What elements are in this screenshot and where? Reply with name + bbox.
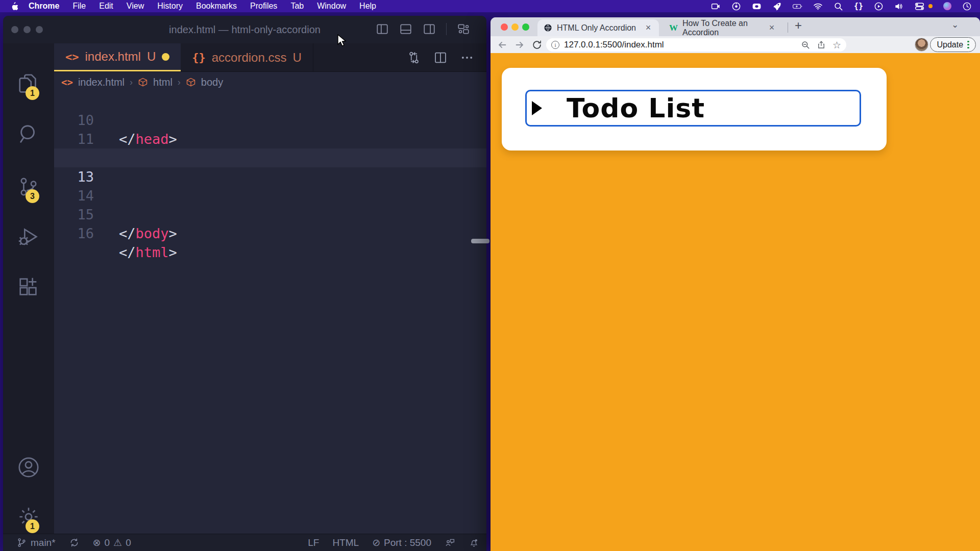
reload-icon[interactable]	[531, 39, 543, 51]
zoom-window-button[interactable]	[522, 23, 529, 31]
code-line[interactable]: 12	[54, 130, 486, 148]
chrome-toolbar: i 127.0.0.1:5500/index.html ☆ Update	[491, 36, 980, 53]
volume-icon[interactable]	[894, 2, 904, 11]
screen-record-icon[interactable]	[711, 2, 721, 11]
bookmark-star-icon[interactable]: ☆	[832, 39, 841, 51]
update-menu-dots-icon[interactable]	[967, 41, 969, 49]
breadcrumb-body[interactable]: body	[201, 77, 223, 88]
camera-icon[interactable]	[752, 2, 762, 11]
tab-label: index.html	[85, 49, 141, 64]
profile-avatar[interactable]	[915, 38, 928, 52]
rocket-icon[interactable]	[772, 2, 782, 11]
source-control-badge: 3	[26, 189, 39, 203]
play-circle-icon[interactable]	[874, 2, 884, 11]
forward-icon[interactable]	[514, 39, 525, 51]
menubar-item-file[interactable]: File	[66, 2, 92, 11]
menubar-item-view[interactable]: View	[120, 2, 151, 11]
menubar-item-window[interactable]: Window	[310, 2, 353, 11]
browser-tab-how-to-create-accordion[interactable]: W How To Create an Accordion ×	[663, 19, 781, 36]
breadcrumb-separator: ›	[178, 77, 181, 88]
browser-tab-html-only-accordion[interactable]: HTML Only Accordion ×	[537, 19, 659, 36]
clock-icon[interactable]	[962, 2, 972, 11]
record-icon[interactable]	[731, 2, 741, 11]
new-tab-button[interactable]: +	[795, 18, 802, 33]
code-line[interactable]: 15 </body>	[54, 186, 486, 205]
split-editor-icon[interactable]	[433, 51, 448, 65]
search-sidebar-icon[interactable]	[17, 122, 40, 146]
tab-separator	[788, 22, 788, 33]
tab-title: How To Create an Accordion	[682, 19, 764, 37]
customize-layout-icon[interactable]	[457, 22, 470, 36]
menubar-item-edit[interactable]: Edit	[92, 2, 120, 11]
code-line[interactable]: 10 </head>	[54, 92, 486, 111]
code-line[interactable]: 11 <body>	[54, 111, 486, 130]
sync-status[interactable]	[69, 537, 80, 548]
open-changes-icon[interactable]	[407, 51, 421, 65]
vscode-titlebar[interactable]: index.html — html-only-accordion	[3, 16, 486, 43]
line-number: 16	[54, 224, 94, 243]
breadcrumb-file[interactable]: index.html	[78, 77, 125, 88]
live-server-port[interactable]: ⊘ Port : 5500	[372, 537, 431, 548]
apple-logo-icon[interactable]	[10, 2, 18, 11]
wifi-icon[interactable]	[813, 2, 823, 11]
scrollbar-handle[interactable]	[471, 239, 489, 243]
vscode-activity-bar: 1 3 1	[3, 43, 54, 534]
braces-icon[interactable]: {}	[854, 2, 863, 11]
address-bar[interactable]: i 127.0.0.1:5500/index.html ☆	[546, 38, 846, 52]
battery-icon[interactable]	[793, 2, 802, 11]
site-info-icon[interactable]: i	[551, 41, 559, 49]
search-icon[interactable]	[834, 2, 843, 11]
language-indicator[interactable]: HTML	[332, 537, 359, 548]
run-debug-icon[interactable]	[17, 225, 40, 248]
code-token: >	[169, 244, 177, 260]
tab-index-html[interactable]: <> index.html U	[54, 43, 181, 71]
close-window-button[interactable]	[501, 23, 508, 31]
toggle-panel-icon[interactable]	[399, 22, 412, 36]
code-editor[interactable]: 10 </head> 11 <body> 12 13 14 15 </body>…	[54, 92, 486, 534]
dirty-dot-icon[interactable]	[162, 53, 169, 61]
zoom-indicator-icon[interactable]	[801, 40, 810, 49]
feedback-status[interactable]	[445, 537, 455, 548]
breadcrumb-html[interactable]: html	[153, 77, 173, 88]
control-center-icon[interactable]	[915, 2, 924, 11]
explorer-badge: 1	[26, 86, 39, 100]
menubar-item-chrome[interactable]: Chrome	[22, 2, 66, 11]
symbol-cube-icon	[138, 77, 148, 87]
tab-accordion-css[interactable]: {} accordion.css U	[181, 43, 313, 71]
globe-favicon	[544, 23, 552, 32]
siri-icon[interactable]	[943, 2, 951, 10]
menubar-item-bookmarks[interactable]: Bookmarks	[189, 2, 243, 11]
code-line[interactable]: 14	[54, 167, 486, 186]
url-text[interactable]: 127.0.0.1:5500/index.html	[564, 40, 664, 50]
code-line[interactable]: 16 </html>	[54, 205, 486, 224]
extensions-icon[interactable]	[17, 276, 40, 299]
update-button[interactable]: Update	[930, 37, 976, 52]
accounts-icon[interactable]	[17, 456, 40, 479]
share-icon[interactable]	[817, 40, 826, 49]
code-line-active[interactable]: 13	[54, 148, 486, 167]
errors-icon: ⊗	[93, 537, 101, 548]
vscode-status-bar: main* ⊗ 0 ⚠ 0 LF HTML ⊘ Port : 5500	[3, 534, 486, 551]
titlebar-separator	[446, 23, 447, 35]
more-actions-icon[interactable]	[460, 51, 474, 65]
problems-status[interactable]: ⊗ 0 ⚠ 0	[93, 537, 131, 548]
menubar-item-help[interactable]: Help	[353, 2, 383, 11]
chrome-tab-strip: HTML Only Accordion × W How To Create an…	[491, 17, 980, 36]
code-token: body	[136, 226, 169, 241]
accordion-summary[interactable]: Todo List	[525, 90, 861, 127]
minimize-window-button[interactable]	[511, 23, 519, 31]
toggle-primary-sidebar-icon[interactable]	[376, 22, 389, 36]
git-branch-status[interactable]: main*	[16, 537, 56, 548]
toggle-secondary-sidebar-icon[interactable]	[423, 22, 436, 36]
tab-search-chevron-icon[interactable]: ⌄	[951, 19, 959, 30]
back-icon[interactable]	[497, 39, 508, 51]
notifications-status[interactable]	[469, 537, 479, 548]
close-tab-icon[interactable]: ×	[768, 22, 775, 33]
close-tab-icon[interactable]: ×	[644, 22, 653, 33]
menubar-item-profiles[interactable]: Profiles	[243, 2, 284, 11]
eol-indicator[interactable]: LF	[308, 537, 319, 548]
code-token: </	[119, 244, 136, 260]
menubar-item-tab[interactable]: Tab	[284, 2, 310, 11]
menubar-item-history[interactable]: History	[151, 2, 189, 11]
branch-name: main*	[31, 537, 56, 548]
